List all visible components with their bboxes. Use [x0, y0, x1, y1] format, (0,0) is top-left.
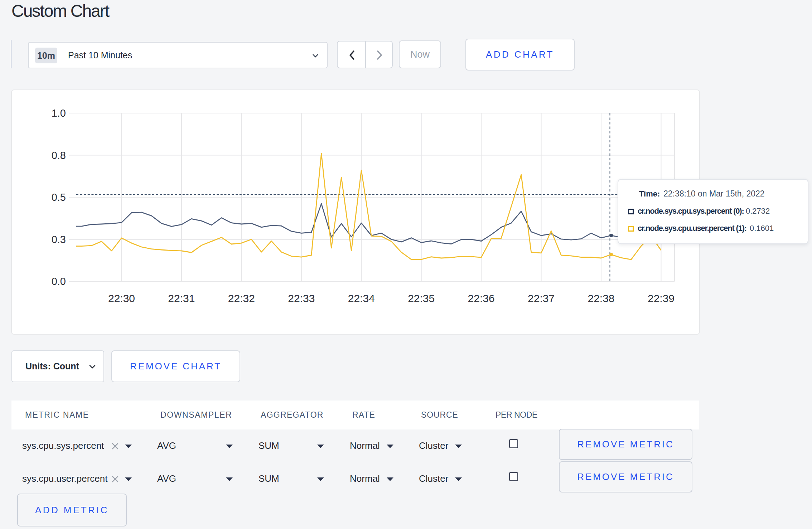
svg-text:22:32: 22:32 [228, 292, 255, 304]
svg-text:0.3: 0.3 [52, 234, 66, 245]
svg-text:22:38: 22:38 [588, 292, 614, 304]
svg-text:0.5: 0.5 [52, 191, 66, 203]
svg-text:0.0: 0.0 [52, 276, 66, 287]
svg-text:22:37: 22:37 [528, 292, 555, 304]
svg-text:0.8: 0.8 [52, 150, 66, 161]
svg-text:22:34: 22:34 [348, 292, 375, 304]
svg-text:1.0: 1.0 [52, 107, 66, 119]
svg-text:22:30: 22:30 [108, 292, 135, 304]
svg-text:22:33: 22:33 [288, 292, 315, 304]
svg-text:22:35: 22:35 [408, 292, 435, 304]
svg-text:22:31: 22:31 [168, 292, 195, 304]
svg-text:22:39: 22:39 [648, 292, 675, 304]
svg-text:22:36: 22:36 [468, 292, 495, 304]
